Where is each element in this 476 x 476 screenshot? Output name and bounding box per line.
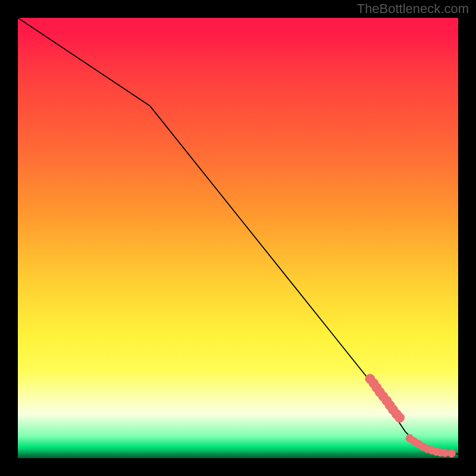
chart-svg xyxy=(18,18,458,458)
data-point xyxy=(447,449,455,457)
scatter-points xyxy=(365,374,455,458)
plot-area xyxy=(18,18,458,458)
curve-line xyxy=(18,18,458,454)
chart-container: TheBottleneck.com xyxy=(0,0,476,476)
data-point xyxy=(395,413,405,422)
watermark-text: TheBottleneck.com xyxy=(357,1,469,17)
